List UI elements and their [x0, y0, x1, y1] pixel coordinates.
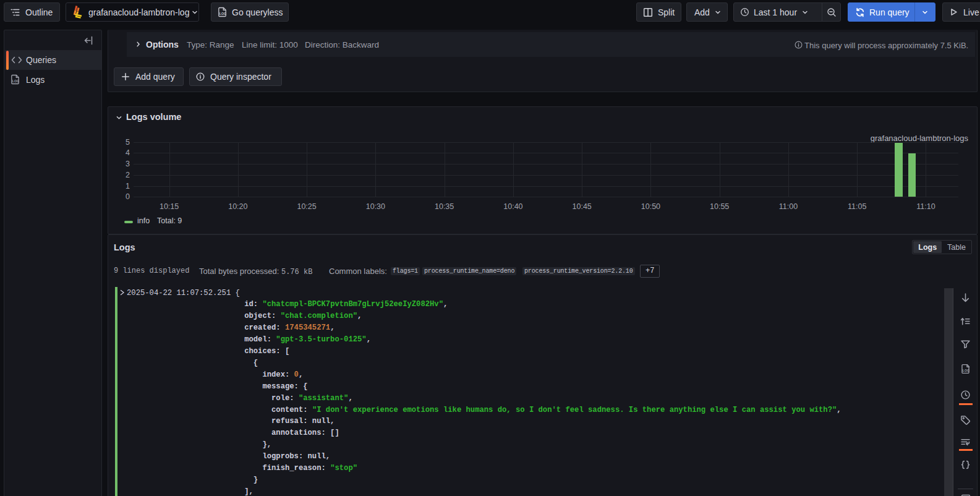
svg-text:LOG: LOG [12, 79, 19, 83]
svg-text:LOG: LOG [219, 12, 226, 15]
svg-text:LOG: LOG [963, 368, 969, 372]
